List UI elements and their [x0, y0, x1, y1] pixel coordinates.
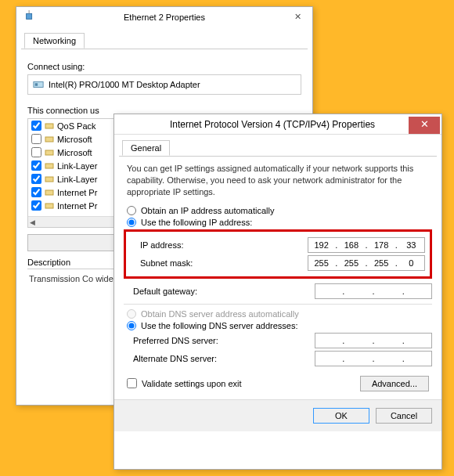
radio-manual-dns[interactable]: Use the following DNS server addresses:: [127, 321, 429, 330]
list-item-label: Link-Layer: [57, 161, 97, 171]
cancel-button[interactable]: Cancel: [376, 408, 432, 424]
list-item-checkbox[interactable]: [31, 174, 41, 184]
radio-manual-dns-input[interactable]: [127, 321, 136, 330]
radio-auto-dns-label: Obtain DNS server address automatically: [141, 309, 299, 319]
subnet-mask-label: Subnet mask:: [131, 258, 308, 268]
list-item-checkbox[interactable]: [31, 147, 41, 157]
highlight-box: IP address: 192. 168. 178. 33 Subnet mas…: [124, 229, 432, 279]
svg-rect-0: [27, 13, 32, 19]
protocol-icon: [45, 175, 54, 184]
connect-using-label: Connect using:: [27, 62, 301, 71]
description-text: You can get IP settings assigned automat…: [127, 163, 429, 198]
tab-general[interactable]: General: [122, 140, 170, 156]
alternate-dns-label: Alternate DNS server:: [124, 354, 315, 363]
default-gateway-field[interactable]: . . .: [315, 283, 432, 299]
protocol-icon: [45, 121, 54, 131]
list-item-label: Link-Layer: [57, 175, 97, 184]
close-button[interactable]: ✕: [287, 9, 308, 23]
svg-rect-3: [35, 83, 38, 86]
svg-rect-5: [45, 137, 53, 142]
protocol-icon: [45, 188, 54, 197]
radio-auto-ip[interactable]: Obtain an IP address automatically: [127, 206, 429, 215]
tab-strip: Networking: [21, 32, 308, 49]
radio-manual-ip-label: Use the following IP address:: [141, 218, 252, 227]
list-item-checkbox[interactable]: [31, 200, 41, 211]
svg-rect-9: [45, 190, 53, 195]
protocol-icon: [45, 148, 54, 157]
svg-rect-10: [45, 204, 53, 208]
dialog-button-row: OK Cancel: [114, 399, 441, 431]
radio-manual-ip-input[interactable]: [127, 218, 136, 227]
adapter-icon: [33, 79, 44, 90]
default-gateway-label: Default gateway:: [124, 287, 315, 296]
protocol-icon: [45, 135, 54, 144]
svg-rect-8: [45, 177, 53, 182]
dialog-title: Internet Protocol Version 4 (TCP/IPv4) P…: [114, 119, 409, 130]
dialog-titlebar: Internet Protocol Version 4 (TCP/IPv4) P…: [114, 114, 441, 135]
dialog-titlebar: Ethernet 2 Properties ✕: [16, 7, 312, 27]
dialog-title: Ethernet 2 Properties: [124, 13, 205, 22]
ipv4-properties-dialog: Internet Protocol Version 4 (TCP/IPv4) P…: [114, 114, 442, 470]
scroll-left-icon[interactable]: ◀: [30, 218, 35, 226]
preferred-dns-field[interactable]: . . .: [315, 333, 432, 348]
alternate-dns-field[interactable]: . . .: [315, 351, 432, 366]
list-item-label: Internet Pr: [57, 188, 97, 197]
adapter-field[interactable]: Intel(R) PRO/1000 MT Desktop Adapter: [27, 74, 301, 95]
subnet-mask-field[interactable]: 255. 255. 255. 0: [308, 255, 425, 271]
protocol-icon: [45, 201, 54, 211]
list-item-checkbox[interactable]: [31, 160, 41, 171]
list-item-label: Internet Pr: [57, 201, 97, 211]
tab-networking[interactable]: Networking: [24, 33, 85, 49]
radio-manual-ip[interactable]: Use the following IP address:: [127, 218, 429, 227]
svg-rect-6: [45, 150, 53, 155]
list-item-label: QoS Pack: [57, 121, 96, 131]
list-item-checkbox[interactable]: [31, 187, 41, 197]
ip-address-field[interactable]: 192. 168. 178. 33: [308, 237, 425, 253]
close-button[interactable]: ✕: [409, 117, 440, 134]
radio-auto-ip-input[interactable]: [127, 206, 136, 215]
svg-rect-7: [45, 164, 53, 168]
radio-auto-dns-input: [127, 309, 136, 319]
advanced-button[interactable]: Advanced...: [360, 376, 429, 391]
radio-auto-ip-label: Obtain an IP address automatically: [141, 206, 274, 215]
ip-address-label: IP address:: [131, 240, 308, 250]
device-icon: [24, 10, 35, 21]
list-item-checkbox[interactable]: [31, 134, 41, 144]
list-item-label: Microsoft: [57, 135, 92, 144]
protocol-icon: [45, 161, 54, 171]
radio-manual-dns-label: Use the following DNS server addresses:: [141, 321, 298, 330]
adapter-name: Intel(R) PRO/1000 MT Desktop Adapter: [49, 80, 200, 89]
validate-checkbox[interactable]: [127, 378, 137, 388]
validate-label: Validate settings upon exit: [142, 379, 242, 388]
preferred-dns-label: Preferred DNS server:: [124, 336, 315, 345]
ok-button[interactable]: OK: [313, 408, 369, 424]
tab-strip: General: [119, 139, 437, 157]
list-item-checkbox[interactable]: [31, 121, 41, 131]
svg-rect-4: [45, 124, 53, 128]
list-item-label: Microsoft: [57, 148, 92, 157]
radio-auto-dns: Obtain DNS server address automatically: [127, 309, 429, 319]
